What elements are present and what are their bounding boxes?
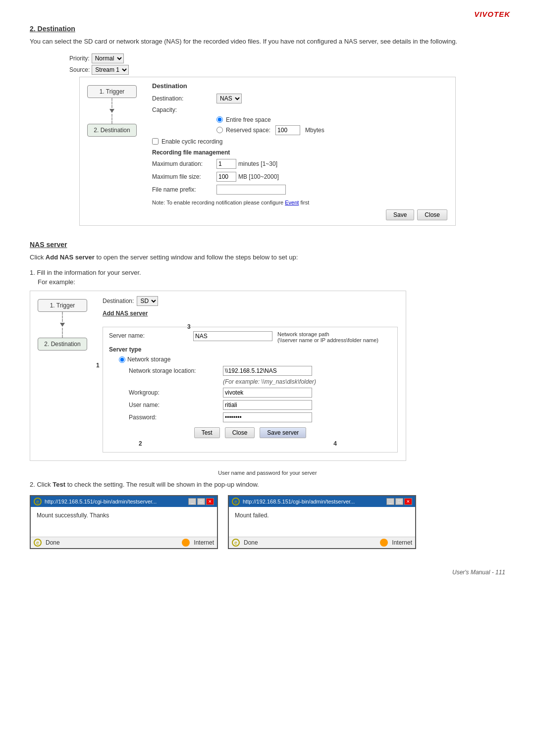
test-bold: Test xyxy=(53,481,65,488)
workflow-steps-left-2: 1. Trigger 2. Destination xyxy=(30,291,95,460)
popup-success-footer: e Done Internet xyxy=(31,537,217,548)
done-icon-success: e xyxy=(34,539,42,547)
max-file-size-unit: MB [100~2000] xyxy=(238,173,279,180)
done-label-fail: Done xyxy=(244,539,258,546)
max-duration-label: Maximum duration: xyxy=(152,160,216,167)
destination-field-label: Destination: xyxy=(152,95,216,102)
close-button[interactable]: Close xyxy=(417,209,447,220)
minimize-button-success[interactable]: _ xyxy=(188,498,196,505)
destination-select[interactable]: NAS xyxy=(216,94,242,103)
ns-example-text: (For example: \\my_nas\disk\folder) xyxy=(223,378,316,385)
enable-cyclic-checkbox[interactable] xyxy=(152,138,159,145)
source-select[interactable]: Stream 1 xyxy=(92,65,129,75)
workflow-diagram-2: 1. Trigger 2. Destination Destination: S… xyxy=(30,291,406,461)
workflow-diagram-1: 1. Trigger 2. Destination Destination De… xyxy=(79,77,456,226)
server-name-input[interactable] xyxy=(193,331,272,341)
reserved-space-input[interactable] xyxy=(275,125,300,135)
priority-select[interactable]: Normal xyxy=(92,53,124,63)
network-path-note1: Network storage path xyxy=(277,331,378,337)
reserved-space-radio[interactable] xyxy=(216,127,223,133)
user-note: User name and password for your server xyxy=(30,470,505,476)
restore-button-success[interactable]: □ xyxy=(197,498,205,505)
max-duration-unit: minutes [1~30] xyxy=(238,160,277,167)
password-label: Password: xyxy=(129,414,223,421)
enable-cyclic-label: Enable cyclic recording xyxy=(161,138,222,145)
popup-success-text: Mount successfully. Thanks xyxy=(37,512,109,519)
ns-location-label: Network storage location: xyxy=(129,367,223,374)
nas-for-example: For example: xyxy=(38,278,505,286)
network-storage-label: Network storage xyxy=(127,356,170,363)
reserved-space-label: Reserved space: xyxy=(226,127,270,134)
test-button[interactable]: Test xyxy=(194,427,220,438)
popup-success-title: http://192.168.5.151/cgi-bin/admin/tests… xyxy=(45,499,185,504)
max-duration-input[interactable] xyxy=(216,159,236,169)
nas-close-button[interactable]: Close xyxy=(225,427,255,438)
popup-fail-footer: e Done Internet xyxy=(229,537,415,548)
capacity-label: Capacity: xyxy=(152,106,216,113)
restore-button-fail[interactable]: □ xyxy=(395,498,403,505)
username-input[interactable] xyxy=(223,400,312,410)
done-label-success: Done xyxy=(46,539,60,546)
destination-step: 2. Destination xyxy=(87,124,137,137)
close-button-fail[interactable]: ✕ xyxy=(404,498,412,505)
callout-4: 4 xyxy=(333,440,337,447)
destination-panel: Destination Destination: NAS Capacity: E… xyxy=(144,77,455,225)
destination-panel-title: Destination xyxy=(152,82,447,90)
network-storage-form: Network storage location: (For example: … xyxy=(129,366,391,422)
username-label: User name: xyxy=(129,402,223,408)
event-link[interactable]: Event xyxy=(285,200,299,205)
step2-desc: 2. Click Test to check the setting. The … xyxy=(30,481,505,488)
done-icon-fail: e xyxy=(232,539,240,547)
reserved-space-unit: Mbytes xyxy=(305,127,324,134)
nas-step1: 1. Fill in the information for your serv… xyxy=(30,269,505,276)
popup-success-content: Mount successfully. Thanks xyxy=(31,507,217,537)
workgroup-label: Workgroup: xyxy=(129,389,223,396)
popup-fail-titlebar: e http://192.168.5.151/cgi-bin/admin/tes… xyxy=(229,496,415,507)
nas-server-section: NAS server Click Add NAS server to open … xyxy=(30,241,505,550)
network-path-note2: (\\server name or IP address\folder name… xyxy=(277,337,378,343)
nas-heading: NAS server xyxy=(30,241,505,249)
save-server-button[interactable]: Save server xyxy=(260,427,306,438)
server-type-label: Server type xyxy=(109,346,391,353)
popup-success: e http://192.168.5.151/cgi-bin/admin/tes… xyxy=(30,495,218,549)
destination-step-2: 2. Destination xyxy=(38,338,87,351)
callout-2: 2 xyxy=(139,440,142,447)
internet-icon-success xyxy=(182,539,190,547)
file-prefix-input[interactable] xyxy=(216,185,286,195)
internet-label-fail: Internet xyxy=(392,539,412,546)
workgroup-input[interactable] xyxy=(223,388,312,398)
close-button-success[interactable]: ✕ xyxy=(206,498,214,505)
network-storage-radio[interactable] xyxy=(119,356,125,363)
ns-location-input[interactable] xyxy=(223,366,312,376)
add-nas-server-link[interactable]: Add NAS server xyxy=(103,310,148,317)
nas-dest-select[interactable]: SD xyxy=(137,296,158,306)
nas-form-box: 3 Server name: Network storage path (\\s… xyxy=(103,327,398,453)
priority-label: Priority: xyxy=(69,55,90,62)
trigger-step: 1. Trigger xyxy=(87,85,137,98)
nas-desc: Click Add NAS server to open the server … xyxy=(30,252,505,262)
max-file-size-label: Maximum file size: xyxy=(152,173,216,180)
note-text: Note: To enable recording notification p… xyxy=(152,200,447,205)
file-prefix-label: File name prefix: xyxy=(152,186,216,193)
section1-heading: 2. Destination xyxy=(30,25,505,33)
popup-windows-row: e http://192.168.5.151/cgi-bin/admin/tes… xyxy=(30,495,505,549)
password-input[interactable] xyxy=(223,412,312,422)
popup-fail-content: Mount failed. xyxy=(229,507,415,537)
popup-fail-text: Mount failed. xyxy=(235,512,269,519)
minimize-button-fail[interactable]: _ xyxy=(386,498,394,505)
popup-success-titlebar: e http://192.168.5.151/cgi-bin/admin/tes… xyxy=(31,496,217,507)
popup-fail: e http://192.168.5.151/cgi-bin/admin/tes… xyxy=(228,495,416,549)
server-name-label: Server name: xyxy=(109,331,193,339)
callout-1: 1 xyxy=(96,362,100,369)
entire-free-radio[interactable] xyxy=(216,116,223,123)
popup-success-icon: e xyxy=(34,498,42,505)
max-file-size-input[interactable] xyxy=(216,172,236,182)
brand-label: VIVOTEK xyxy=(474,10,510,18)
trigger-step-2: 1. Trigger xyxy=(38,299,87,312)
source-label: Source: xyxy=(69,66,90,73)
save-button[interactable]: Save xyxy=(386,209,414,220)
recording-mgmt-title: Recording file management xyxy=(152,149,447,156)
internet-icon-fail xyxy=(380,539,388,547)
popup-fail-icon: e xyxy=(232,498,240,505)
popup-fail-title: http://192.168.5.151/cgi-bin/admin/tests… xyxy=(243,499,383,504)
